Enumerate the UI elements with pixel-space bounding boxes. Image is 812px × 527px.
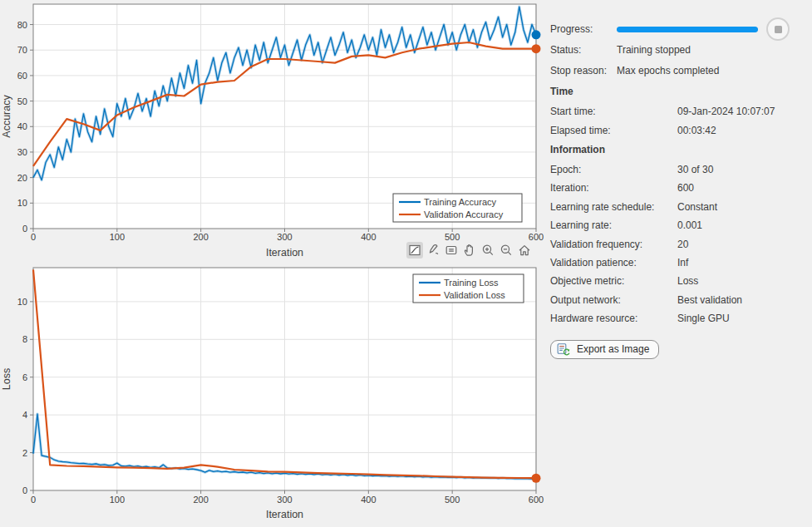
- axes-toolbar: [406, 242, 533, 259]
- information-rows: Epoch:30 of 30Iteration:600Learning rate…: [550, 164, 810, 324]
- svg-text:500: 500: [445, 495, 460, 505]
- zoom-in-icon[interactable]: [480, 242, 496, 259]
- svg-text:Accuracy: Accuracy: [1, 95, 12, 138]
- svg-text:Iteration: Iteration: [266, 247, 303, 259]
- svg-text:4: 4: [22, 410, 27, 420]
- panel-row: Validation frequency:20: [550, 239, 810, 250]
- stop-square-icon: [775, 26, 782, 33]
- row-value: Best validation: [677, 294, 742, 306]
- time-section-header: Time: [550, 86, 810, 97]
- svg-text:80: 80: [17, 20, 27, 30]
- panel-row: Elapsed time:00:03:42: [550, 125, 810, 136]
- svg-text:0: 0: [22, 224, 27, 234]
- panel-row: Epoch:30 of 30: [550, 164, 810, 175]
- zoom-out-icon[interactable]: [498, 242, 514, 259]
- svg-text:400: 400: [361, 495, 376, 505]
- svg-text:30: 30: [17, 147, 27, 157]
- svg-text:200: 200: [193, 232, 208, 242]
- panel-row: Validation patience:Inf: [550, 257, 810, 268]
- time-rows: Start time:09-Jan-2024 10:07:07Elapsed t…: [550, 106, 810, 136]
- svg-text:500: 500: [445, 232, 460, 242]
- pan-icon[interactable]: [461, 242, 478, 259]
- row-value: 09-Jan-2024 10:07:07: [677, 106, 775, 117]
- stop-reason-value: Max epochs completed: [617, 65, 719, 76]
- progress-bar: [617, 27, 758, 32]
- svg-text:Loss: Loss: [1, 368, 12, 390]
- row-label: Learning rate schedule:: [550, 201, 677, 213]
- svg-text:Iteration: Iteration: [266, 509, 303, 520]
- svg-text:60: 60: [17, 71, 27, 81]
- svg-text:70: 70: [17, 45, 27, 55]
- progress-bar-fill: [617, 27, 758, 32]
- row-value: 20: [677, 239, 688, 250]
- accuracy-legend: Training AccuracyValidation Accuracy: [393, 194, 522, 222]
- status-value: Training stopped: [617, 44, 691, 56]
- panel-row: Objective metric:Loss: [550, 275, 810, 287]
- svg-text:0: 0: [22, 485, 27, 495]
- svg-text:100: 100: [110, 232, 125, 242]
- stop-button[interactable]: [766, 17, 790, 41]
- svg-text:200: 200: [193, 495, 208, 505]
- row-value: 600: [677, 182, 694, 194]
- information-section-header: Information: [550, 144, 810, 155]
- svg-text:100: 100: [110, 495, 125, 505]
- row-value: 00:03:42: [677, 125, 716, 136]
- svg-text:10: 10: [17, 297, 27, 307]
- brush-icon[interactable]: [425, 242, 441, 259]
- svg-text:300: 300: [277, 495, 292, 505]
- export-image-icon: [557, 342, 571, 356]
- row-label: Output network:: [550, 294, 677, 306]
- panel-row: Output network:Best validation: [550, 294, 810, 306]
- svg-text:10: 10: [17, 198, 27, 208]
- row-label: Elapsed time:: [550, 125, 677, 136]
- panel-row: Learning rate schedule:Constant: [550, 201, 810, 213]
- svg-text:20: 20: [17, 173, 27, 183]
- row-value: 0.001: [677, 219, 702, 231]
- accuracy-chart[interactable]: 010020030040050060001020304050607080Iter…: [0, 0, 549, 262]
- svg-text:0: 0: [31, 232, 36, 242]
- svg-text:Validation Loss: Validation Loss: [444, 290, 505, 300]
- row-label: Objective metric:: [550, 275, 677, 287]
- svg-text:Training Loss: Training Loss: [444, 278, 499, 288]
- row-value: Loss: [677, 275, 698, 287]
- export-as-image-button[interactable]: Export as Image: [550, 340, 659, 359]
- svg-text:2: 2: [22, 448, 27, 458]
- svg-text:6: 6: [22, 372, 27, 382]
- datatips-icon[interactable]: [443, 242, 460, 259]
- panel-row: Iteration:600: [550, 182, 810, 194]
- svg-text:400: 400: [361, 232, 376, 242]
- row-label: Learning rate:: [550, 219, 677, 231]
- row-label: Hardware resource:: [550, 313, 677, 324]
- svg-text:8: 8: [22, 334, 27, 344]
- svg-text:0: 0: [31, 495, 36, 505]
- svg-text:600: 600: [529, 232, 544, 242]
- row-label: Start time:: [550, 106, 677, 117]
- row-value: Constant: [677, 201, 717, 213]
- row-label: Validation patience:: [550, 257, 677, 268]
- panel-row: Start time:09-Jan-2024 10:07:07: [550, 106, 810, 117]
- panel-row: Learning rate:0.001: [550, 219, 810, 231]
- row-value: Single GPU: [677, 313, 730, 324]
- export-plot-icon[interactable]: [406, 242, 423, 259]
- stop-reason-label: Stop reason:: [550, 65, 617, 76]
- panel-row: Hardware resource:Single GPU: [550, 313, 810, 324]
- loss-legend: Training LossValidation Loss: [413, 274, 524, 303]
- home-icon[interactable]: [516, 242, 533, 259]
- svg-text:300: 300: [277, 232, 292, 242]
- svg-text:Training Accuracy: Training Accuracy: [424, 197, 497, 207]
- svg-text:600: 600: [529, 495, 544, 505]
- loss-chart[interactable]: 01002003004005006000246810IterationLossT…: [0, 262, 549, 527]
- row-label: Validation frequency:: [550, 239, 677, 250]
- row-label: Epoch:: [550, 164, 677, 175]
- export-button-label: Export as Image: [577, 343, 649, 355]
- svg-text:Validation Accuracy: Validation Accuracy: [424, 209, 504, 219]
- row-value: Inf: [677, 257, 688, 268]
- row-label: Iteration:: [550, 182, 677, 194]
- training-info-panel: Progress: Status: Training stopped Stop …: [549, 0, 810, 359]
- status-label: Status:: [550, 44, 617, 56]
- svg-text:40: 40: [17, 121, 27, 131]
- row-value: 30 of 30: [677, 164, 713, 175]
- svg-text:50: 50: [17, 96, 27, 106]
- progress-label: Progress:: [550, 23, 617, 35]
